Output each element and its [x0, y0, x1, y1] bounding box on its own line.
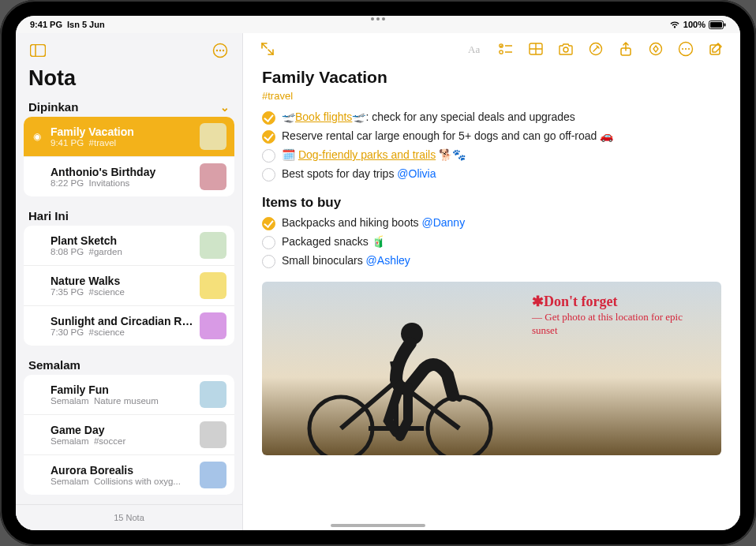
- sidebar-title: Nota: [16, 65, 242, 95]
- section-name: Dipinkan: [28, 100, 78, 114]
- svg-point-20: [650, 43, 662, 55]
- note-list-item[interactable]: Nature Walks 7:35 PG #science: [24, 266, 234, 306]
- checkbox-icon[interactable]: [262, 236, 275, 249]
- note-list-item[interactable]: Anthonio's Birthday 8:22 PG Invitations: [24, 157, 234, 196]
- mention[interactable]: @Olivia: [397, 167, 436, 180]
- mention[interactable]: @Ashley: [366, 254, 410, 267]
- note-item-subtitle: Semalam Collisions with oxyg...: [51, 477, 193, 486]
- note-list-item[interactable]: Family Fun Semalam Nature museum: [24, 375, 234, 415]
- note-list-item[interactable]: Aurora Borealis Semalam Collisions with …: [24, 455, 234, 495]
- checkbox-icon[interactable]: [262, 111, 275, 125]
- note-list-item[interactable]: Plant Sketch 8:08 PG #garden: [24, 226, 234, 266]
- sidebar-toggle-icon[interactable]: [27, 39, 49, 62]
- checkbox-icon[interactable]: [262, 130, 275, 144]
- note-list-item[interactable]: Game Day Semalam #soccer: [24, 415, 234, 455]
- checklist-item[interactable]: Small binoculars @Ashley: [262, 252, 721, 271]
- note-item-subtitle: 8:08 PG #garden: [51, 247, 193, 256]
- status-battery-text: 100%: [683, 20, 705, 29]
- svg-point-12: [500, 50, 503, 54]
- note-list-item[interactable]: ◉ Family Vacation 9:41 PG #travel: [24, 117, 234, 157]
- note-image[interactable]: ✱Don't forget — Get photo at this locati…: [262, 282, 721, 455]
- handwriting-line2: — Get photo at this location for epic su…: [532, 311, 705, 338]
- note-item-subtitle: 7:35 PG #science: [51, 287, 193, 297]
- sidebar: Nota Dipinkan⌄◉ Family Vacation 9:41 PG …: [16, 33, 243, 530]
- checklist-icon[interactable]: [492, 37, 519, 61]
- chevron-down-icon[interactable]: ⌄: [220, 101, 230, 114]
- checklist-item[interactable]: Reserve rental car large enough for 5+ d…: [262, 127, 721, 146]
- status-time: 9:41 PG: [30, 20, 62, 29]
- checklist-item[interactable]: 🗓️ Dog-friendly parks and trails 🐕🐾: [262, 146, 721, 165]
- link-note-icon[interactable]: [642, 37, 669, 61]
- checkbox-icon[interactable]: [262, 168, 275, 181]
- sidebar-footer-count: 15 Nota: [16, 504, 242, 530]
- svg-rect-3: [31, 45, 46, 57]
- compose-icon[interactable]: [702, 37, 729, 61]
- note-item-subtitle: 9:41 PG #travel: [51, 138, 193, 148]
- section-header[interactable]: Semalam: [16, 353, 242, 375]
- checklist-text: Best spots for day trips @Olivia: [282, 167, 436, 180]
- checkbox-icon[interactable]: [262, 255, 275, 268]
- svg-point-8: [223, 50, 224, 51]
- handwriting-annotation: ✱Don't forget — Get photo at this locati…: [532, 293, 705, 338]
- checkbox-icon[interactable]: [262, 217, 275, 230]
- note-toolbar: Aa: [243, 33, 740, 65]
- svg-point-17: [563, 47, 568, 52]
- checklist-item[interactable]: 🛫Book flights🛫: check for any special de…: [262, 108, 721, 127]
- mention[interactable]: @Danny: [421, 216, 465, 229]
- note-item-title: Family Fun: [51, 383, 193, 396]
- note-item-title: Game Day: [51, 424, 193, 436]
- checklist-item[interactable]: Best spots for day trips @Olivia: [262, 165, 721, 184]
- section-name: Hari Ini: [28, 209, 69, 223]
- svg-point-7: [219, 50, 221, 51]
- svg-point-22: [682, 48, 683, 50]
- checklist-text: Small binoculars @Ashley: [282, 254, 410, 267]
- note-content-area: Aa: [243, 33, 740, 530]
- note-item-subtitle: Semalam #soccer: [51, 436, 193, 446]
- note-title: Family Vacation: [262, 68, 721, 87]
- note-thumbnail: [200, 163, 226, 190]
- inline-link[interactable]: Dog-friendly parks and trails: [298, 148, 436, 161]
- multitask-dots[interactable]: [366, 17, 390, 22]
- cyclist-silhouette: [278, 302, 538, 455]
- note-body[interactable]: Family Vacation #travel 🛫Book flights🛫: …: [243, 65, 740, 530]
- checklist-text: 🗓️ Dog-friendly parks and trails 🐕🐾: [282, 148, 466, 161]
- checklist-text: Reserve rental car large enough for 5+ d…: [282, 129, 613, 142]
- note-thumbnail: [200, 232, 226, 259]
- inline-link[interactable]: Book flights: [295, 110, 352, 123]
- svg-text:Aa: Aa: [468, 43, 480, 55]
- note-item-title: Aurora Borealis: [51, 464, 193, 477]
- section-header[interactable]: Dipinkan⌄: [16, 95, 242, 117]
- more-options-icon[interactable]: [209, 39, 231, 62]
- svg-point-23: [685, 48, 687, 50]
- checklist-item[interactable]: Backpacks and hiking boots @Danny: [262, 214, 721, 233]
- markup-icon[interactable]: [582, 37, 609, 61]
- svg-point-6: [216, 50, 218, 51]
- share-icon[interactable]: [612, 37, 639, 61]
- note-item-title: Plant Sketch: [51, 234, 193, 247]
- expand-icon[interactable]: [254, 37, 281, 61]
- handwriting-line1: ✱Don't forget: [532, 293, 705, 311]
- section-header[interactable]: Hari Ini: [16, 204, 242, 226]
- home-indicator[interactable]: [331, 524, 425, 527]
- note-item-subtitle: 8:22 PG Invitations: [51, 178, 193, 188]
- note-list-item[interactable]: Sunlight and Circadian Rhy... 7:30 PG #s…: [24, 306, 234, 346]
- note-hashtag[interactable]: #travel: [262, 90, 293, 102]
- more-icon[interactable]: [672, 37, 699, 61]
- battery-icon: [709, 21, 726, 29]
- note-item-title: Sunlight and Circadian Rhy...: [51, 315, 193, 327]
- checklist-item[interactable]: Packaged snacks 🧃: [262, 233, 721, 252]
- note-subheading: Items to buy: [262, 195, 721, 211]
- checkbox-icon[interactable]: [262, 149, 275, 163]
- text-format-icon[interactable]: Aa: [462, 37, 489, 61]
- note-thumbnail: [200, 381, 226, 408]
- note-item-subtitle: Semalam Nature museum: [51, 396, 193, 406]
- note-item-title: Anthonio's Birthday: [51, 166, 193, 178]
- pin-icon: ◉: [33, 131, 44, 142]
- note-thumbnail: [200, 421, 226, 448]
- status-date: Isn 5 Jun: [67, 20, 105, 29]
- note-thumbnail: [200, 272, 226, 299]
- checklist-text: Packaged snacks 🧃: [282, 235, 385, 248]
- table-icon[interactable]: [522, 37, 549, 61]
- checklist-text: 🛫Book flights🛫: check for any special de…: [282, 110, 575, 123]
- camera-icon[interactable]: [552, 37, 579, 61]
